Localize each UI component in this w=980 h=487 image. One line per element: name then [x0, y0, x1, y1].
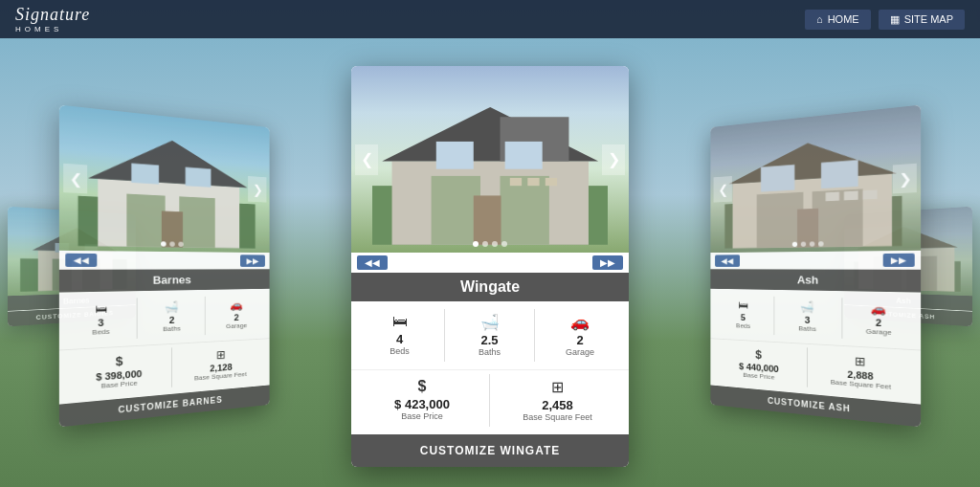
stat-baths: 🛁 3 Baths	[775, 297, 842, 339]
dot-1	[792, 242, 797, 247]
svg-rect-19	[431, 176, 479, 245]
dot-4	[501, 241, 507, 247]
price-icon: $	[116, 354, 123, 368]
stat-baths: 🛁 2 Baths	[138, 297, 205, 339]
dot-4	[818, 242, 824, 247]
card-left-next-button[interactable]: ❯	[248, 176, 266, 203]
card-center-next-ctrl[interactable]: ▶▶	[592, 255, 623, 270]
card-left-prev-button[interactable]: ❮	[63, 164, 87, 194]
stat-beds: 🛏 4 Beds	[355, 309, 445, 362]
card-center-title: Wingate	[351, 273, 629, 301]
price-item: $ $ 440,000 Base Price	[714, 343, 808, 388]
svg-rect-21	[436, 142, 474, 169]
svg-rect-36	[844, 191, 858, 201]
home-nav-link[interactable]: ⌂ HOME	[805, 10, 871, 30]
card-center-dots	[473, 241, 507, 247]
stat-garage: 🚗 2 Garage	[205, 296, 266, 335]
svg-rect-12	[131, 164, 159, 185]
dot-3	[178, 242, 183, 247]
price-item: $ $ 423,000 Base Price	[355, 374, 490, 427]
bath-icon: 🛁	[480, 313, 500, 331]
svg-rect-33	[821, 161, 858, 189]
home-icon: ⌂	[816, 13, 823, 25]
sqft-item: ⊞ 2,888 Base Square Feet	[808, 347, 917, 397]
sitemap-icon: ▦	[890, 13, 900, 26]
card-left: ❮ ❯ ◀◀ ▶▶ Barnes 🛏 3 Beds 🛁 2 Bath	[59, 105, 270, 428]
bed-icon: 🛏	[95, 302, 107, 316]
svg-rect-25	[527, 178, 539, 186]
nav-links: ⌂ HOME ▦ SITE MAP	[805, 10, 965, 30]
stat-garage: 🚗 2 Garage	[842, 299, 917, 343]
card-center-stats: 🛏 4 Beds 🛁 2.5 Baths 🚗 2 Garage	[351, 301, 629, 369]
dot-2	[169, 242, 174, 247]
card-left-image: ❮ ❯	[59, 105, 270, 254]
stat-baths: 🛁 2.5 Baths	[445, 309, 535, 362]
dot-3	[810, 242, 814, 247]
card-center-price-row: $ $ 423,000 Base Price ⊞ 2,458 Base Squa…	[351, 369, 629, 434]
svg-rect-13	[186, 167, 212, 188]
card-left-prev-ctrl[interactable]: ◀◀	[65, 254, 97, 267]
sqft-icon: ⊞	[551, 378, 564, 396]
dot-1	[473, 241, 479, 247]
dot-3	[492, 241, 498, 247]
svg-rect-32	[761, 166, 794, 192]
garage-icon: 🚗	[230, 299, 242, 312]
card-center-prev-button[interactable]: ❮	[355, 144, 378, 175]
card-center-controls: ◀◀ ▶▶	[351, 253, 629, 273]
cards-container: Barnes CUSTOMIZE BARNES ❮ ❯	[0, 46, 980, 487]
price-item: $ $ 398,000 Base Price	[63, 347, 172, 397]
card-right-prev-button[interactable]: ❮	[714, 176, 732, 203]
sitemap-nav-link[interactable]: ▦ SITE MAP	[879, 10, 965, 30]
top-navigation: Signature HOMES ⌂ HOME ▦ SITE MAP	[0, 0, 980, 38]
garage-icon: 🚗	[871, 302, 886, 316]
svg-rect-35	[826, 192, 839, 202]
bed-icon: 🛏	[738, 299, 748, 312]
sqft-item: ⊞ 2,458 Base Square Feet	[490, 374, 625, 427]
card-right-controls: ◀◀ ▶▶	[710, 251, 921, 270]
sqft-item: ⊞ 2,128 Base Square Feet	[172, 343, 266, 388]
stat-beds: 🛏 5 Beds	[714, 296, 775, 335]
svg-rect-11	[179, 197, 214, 249]
card-right-dots	[792, 242, 824, 248]
card-center-next-button[interactable]: ❯	[602, 144, 625, 175]
card-right: ❮ ❯ ◀◀ ▶▶ Ash 🛏 5 Beds 🛁 3	[710, 105, 921, 428]
svg-rect-10	[126, 194, 165, 248]
card-left-controls: ◀◀ ▶▶	[59, 251, 270, 270]
price-icon: $	[418, 378, 427, 395]
svg-rect-30	[757, 192, 804, 248]
card-center: ❮ ❯ ◀◀ ▶▶ Wingate 🛏 4 Beds 🛁 2.5	[351, 66, 629, 467]
dot-2	[801, 242, 806, 247]
svg-rect-37	[863, 190, 878, 200]
card-center-prev-ctrl[interactable]: ◀◀	[357, 255, 388, 270]
bed-icon: 🛏	[392, 313, 408, 330]
bath-icon: 🛁	[165, 300, 179, 314]
card-right-next-ctrl[interactable]: ▶▶	[883, 254, 915, 267]
stat-beds: 🛏 3 Beds	[63, 299, 138, 343]
card-left-dots	[161, 242, 184, 248]
logo: Signature HOMES	[15, 5, 90, 33]
card-right-next-button[interactable]: ❯	[893, 164, 917, 194]
svg-rect-26	[546, 178, 557, 186]
sqft-icon: ⊞	[855, 354, 866, 368]
card-center-customize-button[interactable]: CUSTOMIZE WINGATE	[351, 434, 629, 467]
price-icon: $	[755, 348, 762, 362]
dot-2	[482, 241, 488, 247]
dot-1	[161, 242, 167, 247]
bath-icon: 🛁	[800, 300, 814, 314]
card-right-prev-ctrl[interactable]: ◀◀	[715, 255, 740, 268]
stat-garage: 🚗 2 Garage	[535, 309, 625, 362]
card-left-next-ctrl[interactable]: ▶▶	[240, 255, 265, 268]
card-center-image: ❮ ❯	[351, 66, 629, 253]
svg-rect-22	[504, 142, 542, 169]
svg-rect-20	[500, 176, 548, 245]
svg-rect-24	[510, 178, 522, 186]
sqft-icon: ⊞	[216, 348, 226, 362]
card-right-image: ❮ ❯	[710, 105, 921, 254]
svg-rect-23	[474, 195, 501, 244]
garage-icon: 🚗	[570, 313, 590, 331]
